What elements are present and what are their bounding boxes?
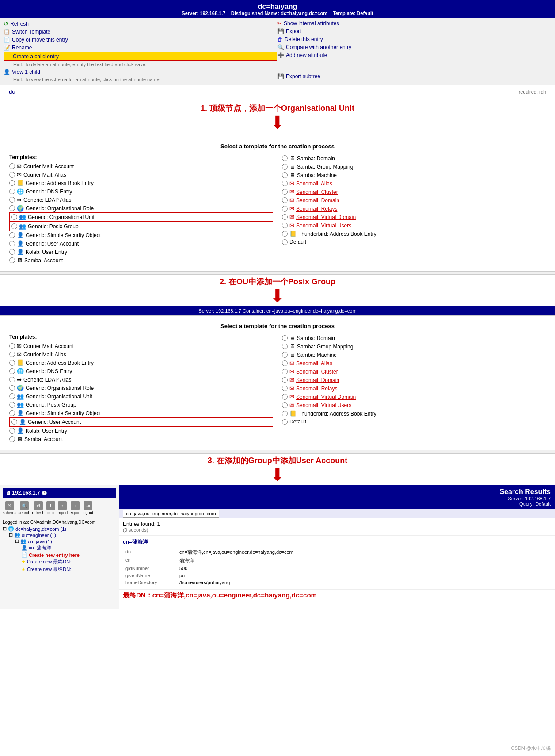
template-item[interactable]: 👥Generic: Posix Group [9, 401, 273, 409]
template-item[interactable]: ✉Sendmail: Alias [282, 179, 546, 188]
template-item[interactable]: 🖥Samba: Account [9, 435, 273, 443]
template-item[interactable]: ✉Sendmail: Alias [282, 359, 546, 367]
template-item[interactable]: 👤Generic: Simple Security Object [9, 409, 273, 417]
template-item[interactable]: ➡Generic: LDAP Alias [9, 196, 273, 204]
page-title: dc=haiyang [0, 3, 555, 11]
template-item[interactable]: 📒Thunderbird: Address Book Entry [282, 409, 546, 418]
template-item[interactable]: ✉Sendmail: Virtual Users [282, 401, 546, 409]
template-item[interactable]: ✉Sendmail: Domain [282, 196, 546, 204]
template-item[interactable]: 👥Generic: Organisational Unit [9, 212, 273, 222]
template-item[interactable]: ✉Courier Mail: Alias [9, 170, 273, 179]
export-button[interactable]: ↓ export [70, 501, 81, 515]
template-item[interactable]: 🖥Samba: Domain [282, 334, 546, 342]
template-item[interactable]: 👥Generic: Posix Group [9, 222, 273, 231]
view-child-action[interactable]: 👤 View 1 child [4, 68, 278, 76]
template-item[interactable]: 🖥Samba: Group Mapping [282, 163, 546, 171]
delete-action[interactable]: 🗑 Delete this entry [278, 35, 551, 43]
refresh-button[interactable]: ↺ refresh [32, 501, 45, 515]
template-item[interactable]: 📒Generic: Address Book Entry [9, 179, 273, 187]
template-item[interactable]: 📒Generic: Address Book Entry [9, 359, 273, 367]
tree-ou-label: ou=engineer (1) [22, 533, 56, 538]
switch-template-action[interactable]: 📋 Switch Template [4, 28, 278, 36]
create-child-action[interactable]: ★ Create a child entry [4, 52, 278, 61]
template-item-icon: ✉ [289, 197, 294, 204]
template-item-label: Samba: Account [24, 436, 63, 442]
template-item-icon: ✉ [289, 222, 294, 229]
tree-item-create3[interactable]: ★ Create new 最终DN: [21, 566, 116, 573]
field-label-home: homeDirectory [124, 579, 177, 586]
template-list1-right: 🖥Samba: Domain🖥Samba: Group Mapping🖥Samb… [282, 154, 546, 246]
search-button[interactable]: 🔍 search [19, 501, 30, 515]
template-item[interactable]: ✉Sendmail: Cluster [282, 367, 546, 376]
export-subtree-action[interactable]: 💾 Export subtree [278, 72, 551, 80]
template-item[interactable]: 🖥Samba: Machine [282, 171, 546, 179]
template-item[interactable]: 👤Generic: Simple Security Object [9, 231, 273, 239]
tree-item-root[interactable]: ⊟ 🌐 dc=haiyang,dc=com (1) ⊟ 👥 ou=enginee… [3, 525, 116, 575]
search-icon: 🔍 [20, 501, 29, 510]
template-item[interactable]: ✉Courier Mail: Alias [9, 350, 273, 359]
template-item[interactable]: 🌐Generic: DNS Entry [9, 187, 273, 196]
template-item[interactable]: ✉Sendmail: Domain [282, 376, 546, 384]
template-item[interactable]: ✉Sendmail: Relays [282, 384, 546, 393]
compare-action[interactable]: 🔍 Compare with another entry [278, 43, 551, 51]
template-item[interactable]: ✉Sendmail: Relays [282, 204, 546, 213]
template-item-icon: ➡ [17, 376, 22, 383]
export-label: export [70, 510, 81, 515]
template-item[interactable]: ✉Sendmail: Virtual Users [282, 221, 546, 230]
template-item[interactable]: 👤Kolab: User Entry [9, 248, 273, 256]
refresh-action[interactable]: ↺ Refresh [4, 19, 278, 28]
template-item[interactable]: 🖥Samba: Account [9, 256, 273, 265]
rename-action[interactable]: 📝 Rename [4, 44, 278, 52]
template-item-icon: 🌐 [17, 368, 24, 374]
template-item[interactable]: ✉Sendmail: Cluster [282, 188, 546, 196]
template-item[interactable]: ✉Courier Mail: Account [9, 162, 273, 170]
template-item[interactable]: 🖥Samba: Machine [282, 351, 546, 359]
template-item-label: Samba: Domain [297, 155, 335, 162]
template-item[interactable]: 🌐Generic: DNS Entry [9, 367, 273, 375]
show-internal-action[interactable]: ✂ Show internal attributes [278, 19, 551, 27]
template-item[interactable]: ✉Sendmail: Virtual Domain [282, 213, 546, 221]
template-item[interactable]: 🖥Samba: Group Mapping [282, 342, 546, 351]
template-grid1: Templates: ✉Courier Mail: Account✉Courie… [5, 152, 550, 266]
template-item[interactable]: 👤Kolab: User Entry [9, 427, 273, 435]
result-entry-title[interactable]: cn=蒲海洋 [123, 538, 551, 546]
schema-button[interactable]: S schema [3, 501, 17, 515]
tree-item-create2[interactable]: ★ Create new 最终DN: [21, 558, 116, 566]
tree-item-java[interactable]: ⊟ 👥 cn=java (1) 👤 cn=蒲海洋 [15, 538, 116, 574]
field-value-given: pu [178, 572, 551, 578]
template-item[interactable]: 👤Generic: User Account [9, 239, 273, 248]
template-item[interactable]: ➡Generic: LDAP Alias [9, 375, 273, 384]
template-item[interactable]: 🌍Generic: Organisational Role [9, 384, 273, 392]
template-item[interactable]: ✉Courier Mail: Account [9, 342, 273, 350]
export-icon: ↓ [71, 501, 80, 510]
template-value: Default [357, 11, 373, 16]
template-item-icon: 👤 [17, 240, 24, 247]
tree-expand-icon: ⊟ [3, 526, 7, 532]
header-subtitle: Server: 192.168.1.7 Distinguished Name: … [0, 11, 555, 16]
template-item[interactable]: 👥Generic: Organisational Unit [9, 392, 273, 401]
import-button[interactable]: ↑ import [57, 501, 68, 515]
template-item[interactable]: Default [282, 238, 546, 246]
copy-move-action[interactable]: 📄 Copy or move this entry [4, 36, 278, 44]
template-item-label: Samba: Group Mapping [297, 344, 353, 350]
template-list2-left: ✉Courier Mail: Account✉Courier Mail: Ali… [9, 342, 273, 443]
search-path-input[interactable]: cn=java,ou=engineer,dc=haiyang,dc=com [123, 510, 219, 518]
tree-item-create1[interactable]: 📄 Create new entry here [21, 552, 116, 558]
results-seconds: (0 seconds) [123, 527, 551, 533]
logout-button[interactable]: ⇥ logout [83, 501, 94, 515]
template-item[interactable]: 🌍Generic: Organisational Role [9, 204, 273, 212]
add-attr-action[interactable]: ➕ Add new attribute [278, 51, 551, 59]
template-item-label: Generic: Simple Security Object [26, 232, 101, 238]
template-item[interactable]: 👤Generic: User Account [9, 417, 273, 427]
template-item[interactable]: 🖥Samba: Domain [282, 154, 546, 163]
template-item[interactable]: Default [282, 418, 546, 426]
template-item[interactable]: 📒Thunderbird: Address Book Entry [282, 230, 546, 238]
tree-item-user[interactable]: 👤 cn=蒲海洋 [21, 544, 116, 552]
export-action[interactable]: 💾 Export [278, 27, 551, 35]
show-internal-label: Show internal attributes [284, 20, 339, 26]
annotation3: 3. 在添加的Group中添加User Account [208, 456, 347, 465]
tree-item-ou[interactable]: ⊟ 👥 ou=engineer (1) ⊟ 👥 cn=java (1) [9, 532, 116, 574]
template-item[interactable]: ✉Sendmail: Virtual Domain [282, 393, 546, 401]
info-button[interactable]: ℹ info [46, 501, 55, 515]
template-col-right1: 🖥Samba: Domain🖥Samba: Group Mapping🖥Samb… [278, 152, 550, 266]
